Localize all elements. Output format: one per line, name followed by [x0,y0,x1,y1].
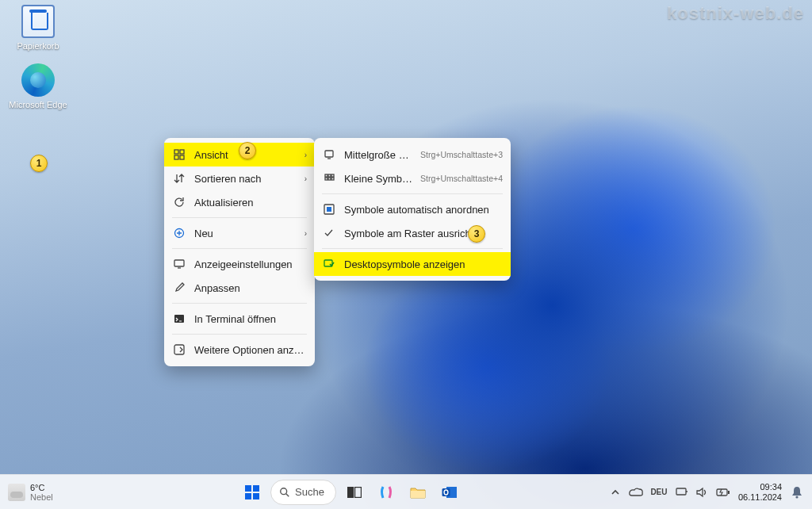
weather-temp: 6°C [30,483,53,492]
watermark-text: kostnix-web.de [667,3,804,24]
view-submenu: Mittelgroße SymboleStrg+Umschalttaste+3K… [314,138,511,281]
edge-icon [21,63,55,97]
start-button[interactable] [239,479,266,506]
context-menu-item-1[interactable]: Sortieren nach› [164,166,315,190]
svg-rect-23 [253,493,259,499]
clock-time: 09:34 [738,482,782,492]
menu-separator [172,303,307,304]
menu-item-label: Symbole automatisch anordnen [336,204,503,216]
tray-network-icon[interactable] [673,480,691,505]
menu-item-label: Sortieren nach [186,173,299,185]
menu-item-label: Desktopsymbole anzeigen [336,258,503,270]
menu-item-label: Aktualisieren [186,197,307,209]
chevron-right-icon: › [299,151,307,159]
svg-rect-21 [253,485,259,492]
svg-rect-3 [180,155,184,159]
svg-point-36 [795,496,798,498]
menu-separator [322,248,503,249]
recycle-bin-icon [21,5,55,38]
task-view-button[interactable] [341,479,368,506]
desktop-icon-edge[interactable]: Microsoft Edge [8,63,68,109]
tray-language[interactable]: DEU [648,480,670,505]
plus-icon [172,228,186,239]
windows-icon [244,484,260,500]
context-menu-item-11[interactable]: Weitere Optionen anzeigen [164,338,315,362]
check-icon [322,228,336,239]
submenu-item-0[interactable]: Mittelgroße SymboleStrg+Umschalttaste+3 [314,143,511,166]
menu-item-label: In Terminal öffnen [186,313,307,325]
context-menu-item-6[interactable]: Anzeigeeinstellungen [164,252,315,276]
svg-rect-27 [354,487,361,497]
desktop-context-menu: Ansicht›Sortieren nach›AktualisierenNeu›… [164,138,315,366]
tray-volume-icon[interactable] [694,480,711,505]
outlook-button[interactable] [436,479,463,506]
menu-item-label: Weitere Optionen anzeigen [186,344,307,356]
sort-icon [172,173,186,184]
menu-separator [322,193,503,194]
desktop-icon-recycle-bin[interactable]: Papierkorb [8,5,68,51]
svg-rect-12 [328,174,331,177]
context-menu-item-4[interactable]: Neu› [164,221,315,245]
svg-line-25 [286,493,289,496]
search-placeholder: Suche [295,486,324,498]
grid-icon [172,149,186,160]
submenu-item-6[interactable]: Desktopsymbole anzeigen [314,252,511,276]
annotation-badge-1: 1 [30,155,48,172]
svg-point-24 [281,488,287,494]
svg-rect-18 [327,207,331,212]
svg-rect-2 [174,155,178,159]
context-menu-item-9[interactable]: In Terminal öffnen [164,307,315,331]
display-icon [172,258,186,270]
desktop[interactable]: kostnix-web.de Papierkorb Microsoft Edge… [0,0,812,509]
menu-item-label: Kleine Symbole [336,173,414,185]
context-menu-item-7[interactable]: Anpassen [164,276,315,300]
tray-chevron[interactable] [607,480,624,505]
taskbar-center: Suche [95,479,607,506]
svg-rect-5 [174,260,184,266]
submenu-item-1[interactable]: Kleine SymboleStrg+Umschalttaste+4 [314,166,511,190]
menu-separator [172,248,307,249]
weather-desc: Nebel [30,492,53,502]
svg-rect-20 [245,485,251,492]
svg-rect-28 [411,491,425,498]
brush-icon [172,282,186,293]
task-view-icon [347,487,362,498]
menu-item-label: Neu [186,228,299,239]
taskbar-weather[interactable]: 6°C Nebel [0,483,95,502]
menu-item-shortcut: Strg+Umschalttaste+3 [414,150,503,159]
taskbar: 6°C Nebel Suche [0,474,812,509]
svg-rect-32 [676,488,686,495]
tray-notifications-icon[interactable] [788,480,806,505]
chevron-right-icon: › [299,174,307,183]
submenu-item-3[interactable]: Symbole automatisch anordnen [314,197,511,221]
menu-item-label: Anzeigeeinstellungen [186,258,307,270]
svg-rect-15 [328,178,331,180]
menu-item-label: Mittelgroße Symbole [336,149,414,161]
taskbar-search[interactable]: Suche [270,480,336,505]
clock-date: 06.11.2024 [738,492,782,503]
svg-rect-1 [180,150,184,154]
grid-sm-icon [322,173,336,184]
desktop-chk-icon [322,258,336,270]
svg-rect-22 [245,493,251,499]
file-explorer-button[interactable] [404,479,431,506]
context-menu-item-2[interactable]: Aktualisieren [164,190,315,214]
tray-onedrive-icon[interactable] [627,480,645,505]
outlook-icon [442,485,458,499]
desktop-icon-label: Papierkorb [8,41,68,51]
copilot-button[interactable] [373,479,400,506]
menu-separator [172,217,307,218]
menu-item-label: Anpassen [186,282,307,294]
taskbar-clock[interactable]: 09:34 06.11.2024 [735,482,785,503]
weather-icon [8,484,25,501]
refresh-icon [172,197,186,208]
terminal-icon [172,313,186,324]
menu-item-shortcut: Strg+Umschalttaste+4 [414,174,503,183]
annotation-badge-3: 3 [468,225,485,243]
svg-rect-35 [728,491,730,494]
svg-rect-14 [325,178,327,180]
monitor-icon [322,149,336,160]
svg-rect-11 [325,174,327,177]
svg-rect-26 [347,487,353,497]
tray-battery-icon[interactable] [714,480,732,505]
